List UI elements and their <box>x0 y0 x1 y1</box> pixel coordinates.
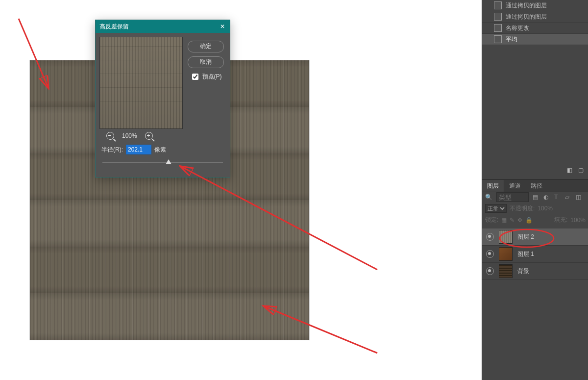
history-item-label: 名称更改 <box>506 24 529 32</box>
ok-button[interactable]: 确定 <box>188 41 224 52</box>
history-item[interactable]: 通过拷贝的图层 <box>482 11 588 23</box>
filter-shape-icon[interactable]: ▱ <box>565 194 572 201</box>
history-step-icon <box>494 24 502 32</box>
history-list: 通过拷贝的图层 通过拷贝的图层 名称更改 平均 <box>482 0 588 45</box>
dialog-titlebar[interactable]: 高反差保留 ✕ <box>96 20 230 33</box>
history-step-icon <box>494 13 502 21</box>
lock-transparent-icon[interactable]: ▦ <box>501 217 507 224</box>
search-icon: 🔍 <box>485 194 492 201</box>
history-item-label: 通过拷贝的图层 <box>506 13 547 21</box>
layer-filter-bar: 🔍 ▤ ◐ T ▱ ◫ <box>485 192 586 202</box>
opacity-value: 100% <box>538 205 553 212</box>
radius-unit: 像素 <box>154 146 166 154</box>
preview-checkbox-label: 预览(P) <box>202 73 222 81</box>
history-item-label: 通过拷贝的图层 <box>506 1 547 10</box>
fill-value: 100% <box>570 217 586 224</box>
new-document-icon[interactable]: ▢ <box>578 167 584 174</box>
cancel-button[interactable]: 取消 <box>188 56 224 68</box>
layer-row[interactable]: 背景 <box>482 263 588 280</box>
history-step-icon <box>494 35 502 43</box>
layer-row[interactable]: 图层 2 <box>482 228 588 246</box>
new-snapshot-icon[interactable]: ◧ <box>567 167 572 174</box>
tab-channels[interactable]: 通道 <box>504 180 526 192</box>
zoom-level: 100% <box>122 132 137 139</box>
filter-image-icon[interactable]: ▤ <box>533 194 539 201</box>
tab-paths[interactable]: 路径 <box>526 180 547 192</box>
lock-all-icon[interactable]: 🔒 <box>525 217 533 224</box>
history-item[interactable]: 通过拷贝的图层 <box>482 0 588 11</box>
lock-position-icon[interactable]: ✥ <box>517 217 522 224</box>
zoom-out-icon[interactable] <box>106 132 114 140</box>
layer-thumbnail[interactable] <box>499 247 513 261</box>
layer-filter-input[interactable] <box>496 192 529 202</box>
visibility-icon[interactable] <box>486 267 494 275</box>
preview-checkbox[interactable]: 预览(P) <box>190 72 222 81</box>
layer-row[interactable]: 图层 1 <box>482 246 588 263</box>
lock-row: 锁定: ▦ ✎ ✥ 🔒 填充: 100% <box>485 216 586 224</box>
filter-preview[interactable] <box>99 37 183 129</box>
blend-mode-select[interactable]: 正常 <box>485 204 507 213</box>
visibility-icon[interactable] <box>486 250 494 258</box>
layers-list: 图层 2 图层 1 背景 <box>482 228 588 280</box>
panel-tabs: 图层 通道 路径 <box>482 179 588 192</box>
history-item[interactable]: 名称更改 <box>482 23 588 34</box>
visibility-icon[interactable] <box>486 233 494 241</box>
layer-name[interactable]: 背景 <box>517 267 529 276</box>
layer-thumbnail[interactable] <box>499 264 513 278</box>
radius-slider[interactable] <box>102 159 223 166</box>
right-panel: 通过拷贝的图层 通过拷贝的图层 名称更改 平均 ◧ ▢ 图层 通道 路径 🔍 ▤… <box>482 0 588 380</box>
blend-mode-row: 正常 不透明度: 100% <box>485 204 586 213</box>
zoom-in-icon[interactable] <box>145 132 153 140</box>
radius-input[interactable] <box>126 145 151 154</box>
dialog-title: 高反差保留 <box>99 23 129 31</box>
layer-name[interactable]: 图层 2 <box>517 233 534 241</box>
filter-adjust-icon[interactable]: ◐ <box>543 194 550 201</box>
fill-label: 填充: <box>554 216 567 224</box>
radius-label: 半径(R): <box>101 146 123 154</box>
filter-type-icon[interactable]: T <box>554 194 561 201</box>
history-item-label: 平均 <box>506 35 517 44</box>
history-item[interactable]: 平均 <box>482 34 588 45</box>
high-pass-dialog: 高反差保留 ✕ 100% 半径(R): 像素 确定 取消 预览(P) <box>95 20 230 177</box>
lock-label: 锁定: <box>485 216 498 224</box>
opacity-label: 不透明度: <box>510 204 535 213</box>
close-icon[interactable]: ✕ <box>219 23 226 30</box>
tab-layers[interactable]: 图层 <box>482 180 504 192</box>
preview-checkbox-input[interactable] <box>192 74 198 80</box>
layer-thumbnail[interactable] <box>499 230 513 244</box>
filter-smart-icon[interactable]: ◫ <box>576 194 583 201</box>
layer-name[interactable]: 图层 1 <box>517 250 534 258</box>
slider-thumb-icon[interactable] <box>166 159 172 164</box>
lock-pixels-icon[interactable]: ✎ <box>510 217 514 224</box>
history-step-icon <box>494 1 502 9</box>
